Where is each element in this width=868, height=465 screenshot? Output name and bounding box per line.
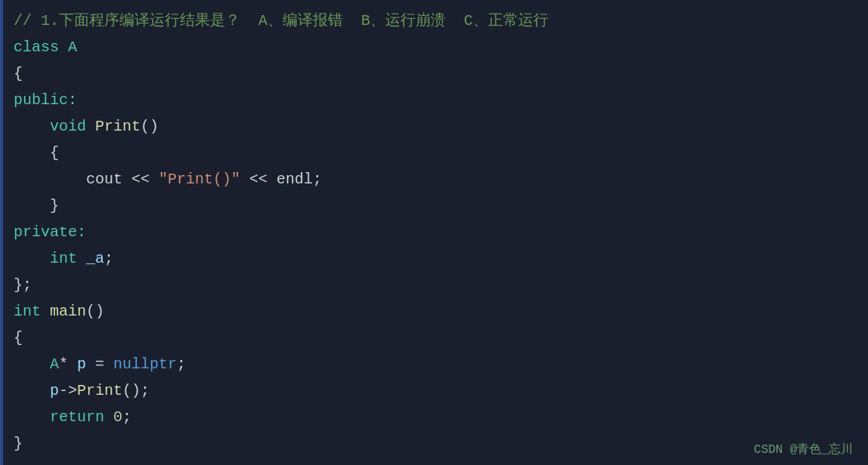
code-block: // 1.下面程序编译运行结果是？ A、编译报错 B、运行崩溃 C、正常运行 c… [0, 0, 868, 464]
print-parens: () [141, 113, 159, 140]
func-print: Print [95, 113, 141, 140]
class-name-a: A [68, 34, 77, 60]
line-return: return 0; [8, 404, 868, 430]
semicolon-4: ; [122, 404, 131, 430]
indent-6 [14, 351, 50, 377]
keyword-nullptr: nullptr [113, 351, 177, 377]
indent-4 [14, 192, 50, 219]
line-comment: // 1.下面程序编译运行结果是？ A、编译报错 B、运行崩溃 C、正常运行 [8, 8, 868, 34]
star: * [59, 351, 77, 377]
indent-8 [14, 404, 50, 430]
keyword-void: void [50, 113, 95, 140]
call-print: Print [77, 377, 122, 404]
line-open-brace-3: { [8, 325, 868, 351]
string-print: "Print()" [159, 166, 240, 192]
left-border [0, 0, 3, 465]
open-brace-2: { [50, 140, 59, 166]
func-main: main [50, 298, 86, 325]
class-a-ref: A [50, 351, 59, 377]
indent-5 [14, 245, 50, 272]
watermark: CSDN @青色_忘川 [754, 442, 853, 457]
endl-text: endl [276, 166, 313, 192]
indent-2 [14, 140, 50, 166]
line-class-decl: class A [8, 34, 868, 60]
line-int-main: int main() [8, 298, 868, 325]
open-brace-1: { [14, 60, 23, 87]
main-parens: () [86, 298, 104, 325]
line-public: public: [8, 87, 868, 113]
var-p: p [77, 351, 86, 377]
line-close-semi: }; [8, 272, 868, 298]
call-parens: (); [122, 377, 150, 404]
line-open-brace-2: { [8, 140, 868, 166]
op-2: << [240, 166, 276, 192]
line-close-brace-3: } [8, 430, 868, 457]
access-public: public: [14, 87, 77, 113]
close-brace-3: } [14, 430, 23, 457]
comment-text: // 1.下面程序编译运行结果是？ A、编译报错 B、运行崩溃 C、正常运行 [14, 8, 548, 34]
var-p-2: p [50, 377, 59, 404]
cout-text: cout [86, 166, 131, 192]
arrow: -> [59, 377, 77, 404]
indent-3 [14, 166, 86, 192]
open-brace-3: { [14, 325, 23, 351]
line-void-print: void Print() [8, 113, 868, 140]
line-private: private: [8, 219, 868, 245]
indent-1 [14, 113, 50, 140]
keyword-class: class [14, 34, 68, 60]
semicolon-2: ; [104, 245, 113, 272]
access-private: private: [14, 219, 86, 245]
indent-7 [14, 377, 50, 404]
var-a: _a [86, 245, 104, 272]
line-ptr-decl: A* p = nullptr; [8, 351, 868, 377]
semicolon-3: ; [177, 351, 186, 377]
keyword-int-main: int [14, 298, 50, 325]
code-container: // 1.下面程序编译运行结果是？ A、编译报错 B、运行崩溃 C、正常运行 c… [0, 0, 868, 465]
line-int-a: int _a; [8, 245, 868, 272]
line-open-brace-1: { [8, 60, 868, 87]
close-brace-2: } [50, 192, 59, 219]
line-close-brace-2: } [8, 192, 868, 219]
close-semi: }; [14, 272, 32, 298]
keyword-int: int [50, 245, 86, 272]
keyword-return: return [50, 404, 113, 430]
line-cout: cout << "Print()" << endl; [8, 166, 868, 192]
line-ptr-call: p->Print(); [8, 377, 868, 404]
op-eq: = [86, 351, 113, 377]
semicolon-1: ; [313, 166, 322, 192]
op-1: << [131, 166, 159, 192]
number-zero: 0 [113, 404, 122, 430]
